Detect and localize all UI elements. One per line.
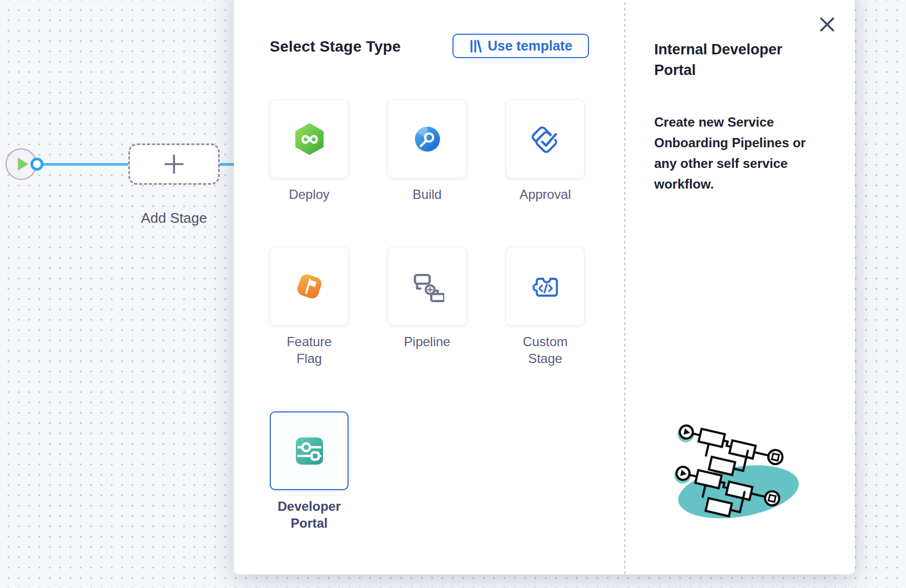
close-button[interactable] [817, 14, 837, 35]
stage-tile-feature-flag[interactable] [270, 247, 349, 326]
use-template-label: Use template [488, 38, 573, 54]
stage-tile-row: Feature Flag Pipe [270, 247, 585, 367]
edge-port-dot [30, 158, 44, 171]
stage-tile-deploy[interactable] [270, 99, 349, 178]
panel-divider [624, 0, 625, 574]
feature-flag-icon [294, 271, 325, 302]
play-icon [18, 158, 28, 171]
use-template-button[interactable]: Use template [452, 34, 589, 58]
stage-tile-approval[interactable] [506, 99, 585, 178]
modal-title: Select Stage Type [270, 38, 401, 55]
deploy-cd-icon [294, 123, 325, 155]
stage-tile-label: Feature Flag [274, 333, 345, 367]
pipeline-doodle-illustration [669, 423, 810, 556]
pipeline-edge [220, 163, 235, 166]
add-stage-label: Add Stage [117, 210, 231, 227]
template-library-icon [469, 39, 482, 53]
add-stage-node[interactable] [128, 143, 220, 185]
build-ci-icon [413, 125, 442, 153]
stage-tile-label: Build [392, 186, 463, 203]
pipeline-edge [37, 163, 128, 166]
stage-tile-pipeline[interactable] [388, 247, 467, 326]
select-stage-type-modal: Select Stage Type Use template Deploy [234, 0, 855, 574]
stage-tile-developer-portal[interactable] [270, 411, 349, 490]
pipeline-studio-canvas: { "canvas": { "add_stage_label": "Add St… [0, 0, 906, 588]
stage-tile-row: Developer Portal [270, 411, 349, 531]
help-panel-title: Internal Developer Portal [654, 39, 817, 80]
stage-tile-label: Custom Stage [510, 333, 581, 367]
plus-icon [164, 154, 184, 174]
stage-tile-custom-stage[interactable] [506, 247, 585, 326]
developer-portal-icon [294, 436, 325, 466]
close-icon [819, 16, 835, 33]
stage-tile-label: Developer Portal [274, 498, 345, 531]
pipeline-chain-icon [411, 270, 444, 303]
help-panel-description: Create new Service Onboarding Pipelines … [654, 112, 817, 195]
stage-tile-row: Deploy Build [270, 99, 585, 203]
custom-stage-code-icon [531, 272, 560, 301]
stage-tile-label: Approval [510, 186, 581, 203]
stage-tile-label: Deploy [274, 186, 345, 203]
stage-tile-label: Pipeline [392, 333, 463, 350]
approval-check-icon [529, 123, 562, 155]
stage-tile-build[interactable] [388, 99, 467, 178]
